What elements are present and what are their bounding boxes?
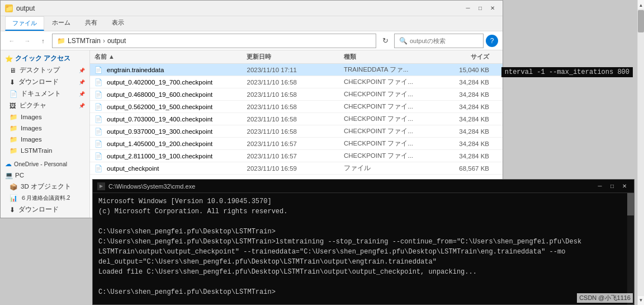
pictures-icon: 🖼 <box>10 102 16 109</box>
scroll-thumb <box>638 10 644 32</box>
search-box: 🔍 <box>394 34 484 48</box>
sidebar-item-meeting[interactable]: 📊 ６月連絡会議資料.2 <box>1 193 89 204</box>
file-type-3: CHECKPOINT ファイ... <box>344 102 434 111</box>
excel-icon: 📊 <box>10 194 17 202</box>
cmd-minimize-button[interactable]: ─ <box>595 182 605 190</box>
sidebar-item-download[interactable]: ⬇ ダウンロード 📌 <box>1 76 89 88</box>
sidebar-item-desktop[interactable]: 🖥 デスクトップ 📌 <box>1 64 89 76</box>
sidebar-item-images-2[interactable]: 📁 Images <box>1 123 89 134</box>
folder-breadcrumb-icon: 📁 <box>57 37 65 45</box>
file-row-2[interactable]: 📄 output_0.468000_19_600.checkpoint 2023… <box>90 88 503 101</box>
ribbon: ファイル ホーム 共有 表示 <box>1 16 503 31</box>
cmd-title-left: ▶ C:\Windows\System32\cmd.exe <box>97 182 195 190</box>
scroll-up-arrow[interactable]: ▲ <box>638 1 645 9</box>
file-row-6[interactable]: 📄 output_1.405000_19_200.checkpoint 2023… <box>90 138 503 150</box>
minimize-button[interactable]: ─ <box>462 3 473 14</box>
file-name-7: output_2.811000_19_100.checkpoint <box>107 153 212 159</box>
file-name-5: output_0.937000_19_300.checkpoint <box>107 128 212 135</box>
cmd-close-button[interactable]: ✕ <box>619 182 629 190</box>
file-row-3[interactable]: 📄 output_0.562000_19_500.checkpoint 2023… <box>90 101 503 113</box>
file-icon-0: 📄 <box>94 66 105 74</box>
path-part-2: output <box>107 37 126 45</box>
file-row-1[interactable]: 📄 output_0.402000_19_700.checkpoint 2023… <box>90 76 503 88</box>
back-button[interactable]: ← <box>5 34 18 48</box>
file-row-0[interactable]: 📄 engtrain.traineddata 2023/11/10 17:11 … <box>90 64 503 76</box>
scroll-down-arrow[interactable]: ▼ <box>638 296 645 304</box>
sidebar-item-images-1[interactable]: 📁 Images <box>1 111 89 123</box>
file-size-8: 68,567 KB <box>434 165 498 172</box>
maximize-button[interactable]: □ <box>475 3 486 14</box>
cmd-content: Microsoft Windows [Version 10.0.19045.35… <box>93 193 634 304</box>
images-label-3: Images <box>21 136 42 143</box>
cmd-scrollbar[interactable] <box>627 193 634 304</box>
file-name-4: output_0.703000_19_400.checkpoint <box>107 116 212 123</box>
sidebar-item-pictures[interactable]: 🖼 ピクチャ 📌 <box>1 100 89 111</box>
address-path[interactable]: 📁 LSTMTrain › output <box>52 34 376 48</box>
file-icon-6: 📄 <box>94 140 105 148</box>
file-type-5: CHECKPOINT ファイ... <box>344 127 434 135</box>
download-label: ダウンロード <box>18 78 59 86</box>
search-input[interactable] <box>410 37 479 44</box>
file-row-7[interactable]: 📄 output_2.811000_19_100.checkpoint 2023… <box>90 150 503 162</box>
forward-button[interactable]: → <box>21 34 34 48</box>
file-date-7: 2023/11/10 16:57 <box>247 153 343 159</box>
file-name-2: output_0.468000_19_600.checkpoint <box>107 91 212 98</box>
refresh-button[interactable]: ↻ <box>378 34 392 48</box>
cmd-maximize-button[interactable]: □ <box>607 182 617 190</box>
file-date-2: 2023/11/10 16:58 <box>247 91 343 98</box>
file-size-5: 34,284 KB <box>434 128 498 135</box>
file-icon-7: 📄 <box>94 152 105 160</box>
file-name-8: output_checkpoint <box>107 165 159 172</box>
desktop-icon: 🖥 <box>10 67 16 74</box>
file-size-7: 34,284 KB <box>434 153 498 159</box>
right-scrollbar[interactable]: ▲ ▼ <box>637 0 644 305</box>
file-icon-8: 📄 <box>94 165 105 172</box>
sidebar-item-3d[interactable]: 📦 3D オブジェクト <box>1 181 89 193</box>
onedrive-header[interactable]: ☁ OneDrive - Personal <box>1 158 89 170</box>
file-type-0: TRAINEDDATA ファ... <box>344 65 434 74</box>
col-size-header[interactable]: サイズ <box>434 53 498 61</box>
quick-access-header[interactable]: ⭐ クイック アクセス <box>1 53 89 64</box>
file-size-1: 34,284 KB <box>434 79 498 86</box>
folder-icon-1: 📁 <box>10 113 17 121</box>
folder-icon-2: 📁 <box>10 124 17 132</box>
lstmtrain-label: LSTMTrain <box>21 147 52 154</box>
scroll-track[interactable] <box>638 9 644 296</box>
file-row-5[interactable]: 📄 output_0.937000_19_300.checkpoint 2023… <box>90 125 503 138</box>
close-button[interactable]: ✕ <box>487 3 498 14</box>
file-date-1: 2023/11/10 16:58 <box>247 79 343 86</box>
sidebar-item-dl[interactable]: ⬇ ダウンロード <box>1 204 89 215</box>
col-date-header[interactable]: 更新日時 <box>247 53 343 61</box>
col-type-header[interactable]: 種類 <box>344 53 434 61</box>
file-date-3: 2023/11/10 16:58 <box>247 104 343 110</box>
file-icon-2: 📄 <box>94 91 105 98</box>
file-name-1: output_0.402000_19_700.checkpoint <box>107 79 212 86</box>
up-button[interactable]: ↑ <box>36 34 50 48</box>
file-size-3: 34,284 KB <box>434 104 498 110</box>
file-row-8[interactable]: 📄 output_checkpoint 2023/11/10 16:59 ファイ… <box>90 162 503 175</box>
tab-home[interactable]: ホーム <box>45 16 77 31</box>
file-type-8: ファイル <box>344 164 434 172</box>
star-icon: ⭐ <box>5 55 13 63</box>
file-row-4[interactable]: 📄 output_0.703000_19_400.checkpoint 2023… <box>90 113 503 125</box>
col-name-header[interactable]: 名前 ▲ <box>94 53 247 61</box>
sidebar-item-lstmtrain[interactable]: 📁 LSTMTrain <box>1 145 89 156</box>
cmd-controls: ─ □ ✕ <box>595 182 629 190</box>
tab-file[interactable]: ファイル <box>5 16 44 31</box>
sidebar-item-documents[interactable]: 📄 ドキュメント 📌 <box>1 88 89 100</box>
help-button[interactable]: ? <box>486 35 498 47</box>
file-date-8: 2023/11/10 16:59 <box>247 165 343 172</box>
tab-view[interactable]: 表示 <box>105 16 131 31</box>
tab-share[interactable]: 共有 <box>78 16 104 31</box>
file-date-4: 2023/11/10 16:58 <box>247 116 343 123</box>
folder-icon-3: 📁 <box>10 135 17 143</box>
address-bar: ← → ↑ 📁 LSTMTrain › output ↻ 🔍 ? <box>1 31 503 50</box>
sidebar-item-dsk[interactable]: 🖥 デスクトップ <box>1 215 89 218</box>
sidebar-item-images-3[interactable]: 📁 Images <box>1 134 89 145</box>
pc-header[interactable]: 💻 PC <box>1 170 89 181</box>
folder-icon: 📁 <box>5 4 13 12</box>
explorer-title: output <box>16 4 35 12</box>
file-name-6: output_1.405000_19_200.checkpoint <box>107 140 212 147</box>
file-size-6: 34,284 KB <box>434 140 498 147</box>
file-name-0: engtrain.traineddata <box>107 67 164 73</box>
